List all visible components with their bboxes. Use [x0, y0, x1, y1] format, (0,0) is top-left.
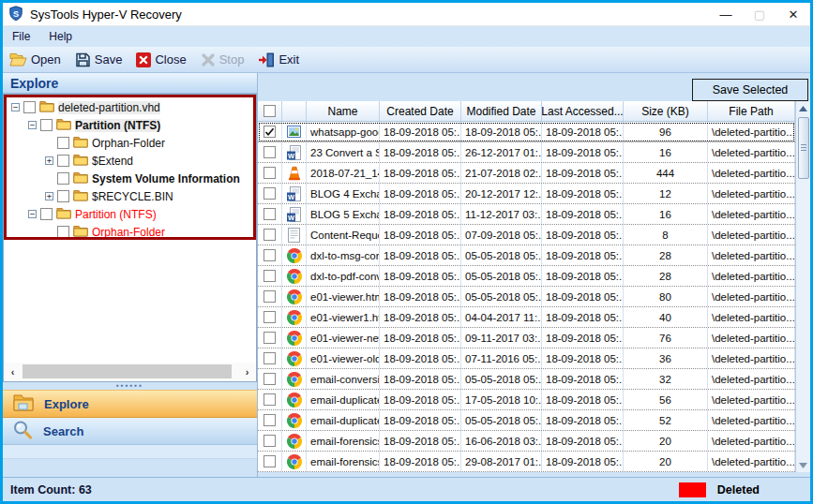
row-checkbox[interactable] — [263, 126, 276, 138]
cell-created-date: 18-09-2018 05:... — [380, 410, 461, 430]
table-row[interactable]: 2018-07-21_14-...18-09-2018 05:...21-07-… — [258, 163, 795, 184]
scroll-right-icon[interactable]: › — [239, 366, 255, 378]
column-header-size-kb[interactable]: Size (KB) — [624, 101, 708, 121]
table-row[interactable]: email-duplicate-...18-09-2018 05:...17-0… — [258, 390, 795, 410]
vlc-file-icon — [288, 166, 301, 181]
column-header-file-path[interactable]: File Path — [708, 101, 795, 121]
tree-minus-expander-icon[interactable]: − — [28, 210, 37, 218]
select-all-checkbox[interactable] — [263, 105, 276, 117]
toolbar-exit-button[interactable]: Exit — [258, 52, 299, 67]
table-row[interactable]: e01-viewer.html18-09-2018 05:...05-05-20… — [258, 287, 795, 307]
tree-item[interactable]: Orphan-Folder — [4, 223, 256, 241]
toolbar-close-button[interactable]: Close — [136, 52, 186, 67]
tree-item[interactable]: +$Extend — [4, 152, 256, 170]
cell-created-date: 18-09-2018 05:... — [380, 142, 461, 162]
tree-checkbox[interactable] — [57, 190, 69, 202]
column-header-last-accessed[interactable]: Last Accessed... — [542, 101, 624, 121]
menu-item-file[interactable]: File — [12, 30, 30, 43]
table-row[interactable]: email-forensics1...18-09-2018 05:...29-0… — [258, 452, 795, 472]
tree-checkbox[interactable] — [57, 137, 69, 149]
scroll-down-icon[interactable] — [796, 458, 810, 472]
column-header-icon[interactable] — [282, 101, 307, 121]
table-vertical-scrollbar[interactable] — [795, 101, 810, 472]
row-checkbox[interactable] — [263, 332, 276, 344]
row-checkbox[interactable] — [263, 393, 276, 406]
table-row[interactable]: e01-viewer1.html18-09-2018 05:...04-04-2… — [258, 307, 795, 328]
cell-file-icon — [282, 452, 307, 471]
row-checkbox[interactable] — [263, 208, 276, 220]
cell-file-icon — [282, 328, 307, 348]
table-row[interactable]: e01-viewer-old....18-09-2018 05:...07-11… — [258, 348, 795, 369]
cell-file-icon: W — [282, 204, 307, 224]
table-row[interactable]: W23 Convert a Si...18-09-2018 05:...26-1… — [258, 142, 795, 163]
scroll-up-icon[interactable] — [796, 101, 810, 115]
column-header-created-date[interactable]: Created Date — [380, 101, 461, 121]
scroll-left-icon[interactable]: ‹ — [5, 366, 21, 378]
row-checkbox[interactable] — [263, 311, 276, 323]
menu-item-help[interactable]: Help — [49, 30, 72, 43]
scrollbar-thumb[interactable] — [798, 117, 809, 179]
row-checkbox[interactable] — [263, 187, 276, 200]
row-checkbox[interactable] — [263, 249, 276, 261]
toolbar-save-button[interactable]: Save — [75, 52, 123, 67]
panel-splitter[interactable]: ▪▪▪▪▪▪ — [3, 382, 257, 390]
tree-item[interactable]: Orphan-Folder — [4, 134, 256, 152]
toolbar-open-button[interactable]: Open — [9, 52, 61, 67]
table-row[interactable]: WBLOG 4 Excha...18-09-2018 05:...20-12-2… — [258, 184, 795, 204]
cell-created-date: 18-09-2018 05:... — [380, 431, 461, 451]
tree-item[interactable]: −Partition (NTFS) — [4, 205, 256, 223]
minimize-button[interactable]: — — [709, 3, 743, 25]
tree-checkbox[interactable] — [57, 226, 69, 238]
tree-minus-expander-icon[interactable]: − — [11, 103, 20, 111]
column-header-select[interactable] — [258, 101, 282, 121]
folder-icon — [73, 171, 88, 186]
stop-gray-icon — [201, 52, 216, 67]
tree-item[interactable]: −deleted-partition.vhd — [4, 98, 256, 116]
save-selected-button[interactable]: Save Selected — [692, 79, 808, 101]
tree-checkbox[interactable] — [57, 155, 69, 167]
column-header-name[interactable]: Name — [307, 101, 380, 121]
tree-plus-expander-icon[interactable]: + — [45, 156, 53, 165]
nav-explore-button[interactable]: Explore — [3, 390, 257, 418]
row-checkbox[interactable] — [263, 270, 276, 282]
column-header-modified-date[interactable]: Modified Date — [461, 101, 542, 121]
close-red-icon — [136, 52, 151, 67]
table-row[interactable]: whatsapp-googl...18-09-2018 05:...18-09-… — [258, 122, 795, 142]
toolbar: OpenSaveCloseStopExit — [3, 47, 810, 73]
cell-created-date: 18-09-2018 05:... — [380, 348, 461, 368]
row-checkbox[interactable] — [263, 146, 276, 158]
cell-size: 36 — [624, 348, 708, 368]
tree-plus-expander-icon[interactable]: + — [45, 192, 53, 200]
tree-horizontal-scrollbar[interactable]: ‹ › — [5, 363, 255, 380]
table-row[interactable]: Content-Reque...18-09-2018 05:...07-09-2… — [258, 225, 795, 245]
row-checkbox[interactable] — [263, 167, 276, 179]
row-checkbox[interactable] — [263, 455, 276, 467]
cell-modified-date: 26-12-2017 01:... — [461, 142, 542, 162]
close-button[interactable]: ✕ — [776, 3, 810, 25]
row-checkbox[interactable] — [263, 373, 276, 385]
tree-checkbox[interactable] — [57, 172, 69, 185]
row-checkbox[interactable] — [263, 290, 276, 303]
table-row[interactable]: dxl-to-msg-conv...18-09-2018 05:...05-05… — [258, 245, 795, 266]
table-row[interactable]: email-conversio...18-09-2018 05:...05-05… — [258, 369, 795, 390]
tree-item[interactable]: −Partition (NTFS) — [4, 116, 256, 134]
row-checkbox[interactable] — [263, 352, 276, 364]
table-row[interactable]: e01-viewer-new...18-09-2018 05:...09-11-… — [258, 328, 795, 348]
row-checkbox[interactable] — [263, 229, 276, 241]
tree-item[interactable]: System Volume Information — [4, 170, 256, 187]
tree-checkbox[interactable] — [40, 208, 53, 220]
table-row[interactable]: email-forensics....18-09-2018 05:...16-0… — [258, 431, 795, 452]
tree-item[interactable]: +$RECYCLE.BIN — [4, 187, 256, 205]
tree-minus-expander-icon[interactable]: − — [28, 121, 37, 129]
tree-checkbox[interactable] — [40, 119, 53, 131]
table-row[interactable]: WBLOG 5 Excha...18-09-2018 05:...11-12-2… — [258, 204, 795, 225]
scrollbar-thumb[interactable] — [23, 364, 232, 378]
table-row[interactable]: email-duplicate-...18-09-2018 05:...05-0… — [258, 410, 795, 431]
row-checkbox[interactable] — [263, 414, 276, 426]
left-panel: Explore −deleted-partition.vhd−Partition… — [3, 73, 258, 477]
cell-name: email-duplicate-... — [307, 410, 380, 430]
row-checkbox[interactable] — [263, 435, 276, 447]
nav-search-button[interactable]: Search — [3, 418, 257, 445]
table-row[interactable]: dxl-to-pdf-conve...18-09-2018 05:...05-0… — [258, 266, 795, 287]
tree-checkbox[interactable] — [23, 101, 36, 113]
